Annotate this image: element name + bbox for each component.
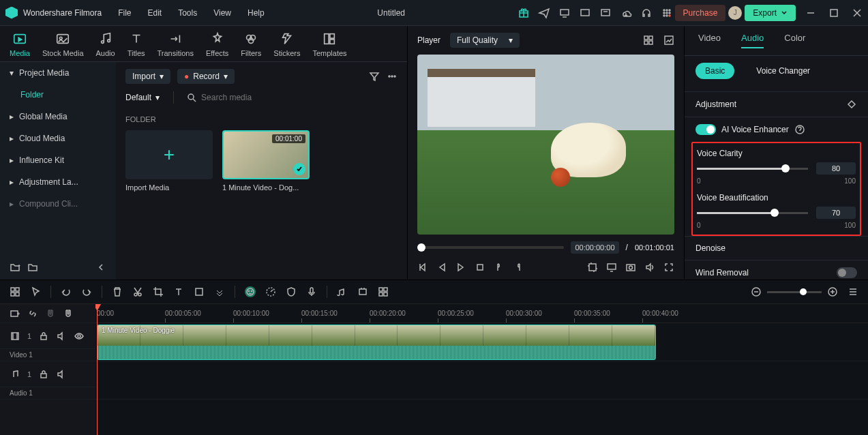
menu-help[interactable]: Help	[248, 8, 265, 18]
sidebar-item-adjustment-layer[interactable]: ▸Adjustment La...	[0, 171, 116, 193]
tracks-area[interactable]: 00:00 00:00:05:00 00:00:10:00 00:00:15:0…	[95, 304, 868, 435]
tab-titles[interactable]: Titles	[128, 31, 145, 57]
close-icon[interactable]	[852, 7, 863, 18]
play-icon[interactable]	[455, 262, 466, 273]
video-track[interactable]: 1 Minute Video - Doggie	[95, 323, 868, 361]
zoom-control[interactable]	[751, 286, 838, 297]
play-backward-icon[interactable]	[436, 262, 447, 273]
filter-icon[interactable]	[369, 71, 380, 82]
delete-icon[interactable]	[112, 286, 123, 297]
sidebar-item-compound-clip[interactable]: ▸Compound Cli...	[0, 193, 116, 215]
sort-dropdown[interactable]: Default▾	[125, 90, 166, 105]
image-view-icon[interactable]	[663, 35, 674, 46]
menu-view[interactable]: View	[213, 8, 231, 18]
mic-icon[interactable]	[306, 286, 317, 297]
audio-mix-icon[interactable]	[337, 286, 348, 297]
list-icon[interactable]	[848, 286, 858, 297]
user-avatar[interactable]: J	[728, 6, 742, 20]
zoom-out-icon[interactable]	[751, 286, 762, 297]
playhead[interactable]	[97, 304, 98, 435]
redo-icon[interactable]	[81, 286, 92, 297]
clarity-value[interactable]: 80	[816, 162, 856, 175]
stop-icon[interactable]	[475, 262, 485, 273]
enhancer-toggle[interactable]	[695, 124, 716, 135]
clarity-slider[interactable]	[697, 168, 808, 170]
crop-tl-icon[interactable]	[153, 286, 164, 297]
tab-transitions[interactable]: Transitions	[158, 31, 194, 57]
sidebar-item-cloud-media[interactable]: ▸Cloud Media	[0, 127, 116, 149]
scrubber[interactable]: 00:00:00:00 / 00:01:00:01	[408, 235, 684, 258]
gift-icon[interactable]	[518, 7, 529, 18]
tab-audio-inspector[interactable]: Audio	[741, 33, 764, 48]
more-icon[interactable]	[387, 71, 398, 82]
screen2-icon[interactable]	[600, 7, 611, 18]
ruler[interactable]: 00:00 00:00:05:00 00:00:10:00 00:00:15:0…	[95, 304, 868, 323]
tab-media[interactable]: Media	[10, 31, 30, 57]
media-tile-video[interactable]: 00:01:00 1 Minute Video - Dog...	[222, 130, 310, 192]
display-icon[interactable]	[606, 262, 617, 273]
mark-in-icon[interactable]	[494, 262, 505, 273]
ai-face-icon[interactable]	[245, 286, 256, 297]
timeline-clip[interactable]: 1 Minute Video - Doggie	[97, 325, 656, 360]
video-track-header[interactable]: 1	[0, 323, 95, 349]
sidebar-item-folder[interactable]: Folder	[0, 84, 116, 106]
tab-effects[interactable]: Effects	[206, 31, 228, 57]
collapse-icon[interactable]	[95, 262, 106, 273]
volume-icon[interactable]	[644, 262, 655, 273]
link-icon[interactable]	[27, 308, 38, 319]
crop-icon[interactable]	[587, 262, 598, 273]
menu-tools[interactable]: Tools	[178, 8, 197, 18]
prev-frame-icon[interactable]	[417, 262, 428, 273]
open-folder-icon[interactable]	[27, 262, 38, 273]
quality-select[interactable]: Full Quality▾	[450, 33, 520, 48]
headphones-icon[interactable]	[641, 7, 652, 18]
snapshot-icon[interactable]	[625, 262, 636, 273]
magnet-icon[interactable]	[63, 308, 74, 319]
more-tools-icon[interactable]	[214, 286, 225, 297]
undo-icon[interactable]	[61, 286, 72, 297]
zoom-in-icon[interactable]	[827, 286, 838, 297]
purchase-button[interactable]: Purchase	[675, 5, 726, 21]
cut-icon[interactable]	[132, 286, 143, 297]
keyframe-diamond-icon[interactable]	[846, 99, 857, 110]
lock-icon[interactable]	[38, 369, 49, 380]
section-adjustment[interactable]: Adjustment	[685, 91, 868, 117]
section-denoise[interactable]: Denoise	[685, 236, 868, 260]
fullscreen-icon[interactable]	[663, 262, 674, 273]
grid-view-icon[interactable]	[643, 35, 654, 46]
tab-filters[interactable]: Filters	[241, 31, 261, 57]
magnet-off-icon[interactable]	[45, 308, 56, 319]
search-input[interactable]	[201, 93, 392, 102]
beauty-value[interactable]: 70	[816, 207, 856, 219]
beauty-slider[interactable]	[697, 212, 808, 214]
device-icon[interactable]	[559, 7, 570, 18]
mute-icon[interactable]	[56, 369, 67, 380]
paperplane-icon[interactable]	[539, 7, 550, 18]
marker-icon[interactable]	[357, 286, 368, 297]
new-folder-icon[interactable]	[10, 262, 20, 273]
mute-icon[interactable]	[56, 331, 67, 342]
help-icon[interactable]	[794, 124, 805, 135]
minimize-icon[interactable]	[805, 7, 816, 18]
audio-track-header[interactable]: 1	[0, 361, 95, 387]
preview-viewport[interactable]	[417, 55, 674, 235]
apps-icon[interactable]	[661, 7, 672, 18]
eye-icon[interactable]	[74, 331, 85, 342]
grid2-icon[interactable]	[378, 286, 389, 297]
subtab-basic[interactable]: Basic	[695, 63, 734, 79]
tab-stickers[interactable]: Stickers	[273, 31, 300, 57]
sidebar-item-influence-kit[interactable]: ▸Influence Kit	[0, 149, 116, 171]
shield-icon[interactable]	[286, 286, 297, 297]
tab-stock-media[interactable]: Stock Media	[42, 31, 84, 57]
import-media-tile[interactable]: + Import Media	[125, 130, 213, 192]
menu-edit[interactable]: Edit	[148, 8, 162, 18]
sidebar-item-project-media[interactable]: ▾Project Media	[0, 62, 116, 84]
search-field[interactable]	[181, 89, 398, 106]
tab-video[interactable]: Video	[698, 33, 721, 48]
sidebar-item-global-media[interactable]: ▸Global Media	[0, 106, 116, 127]
export-button[interactable]: Export	[745, 5, 796, 21]
speed-icon[interactable]	[265, 286, 276, 297]
menu-file[interactable]: File	[118, 8, 131, 18]
tab-color[interactable]: Color	[784, 33, 805, 48]
audio-track[interactable]	[95, 361, 868, 400]
